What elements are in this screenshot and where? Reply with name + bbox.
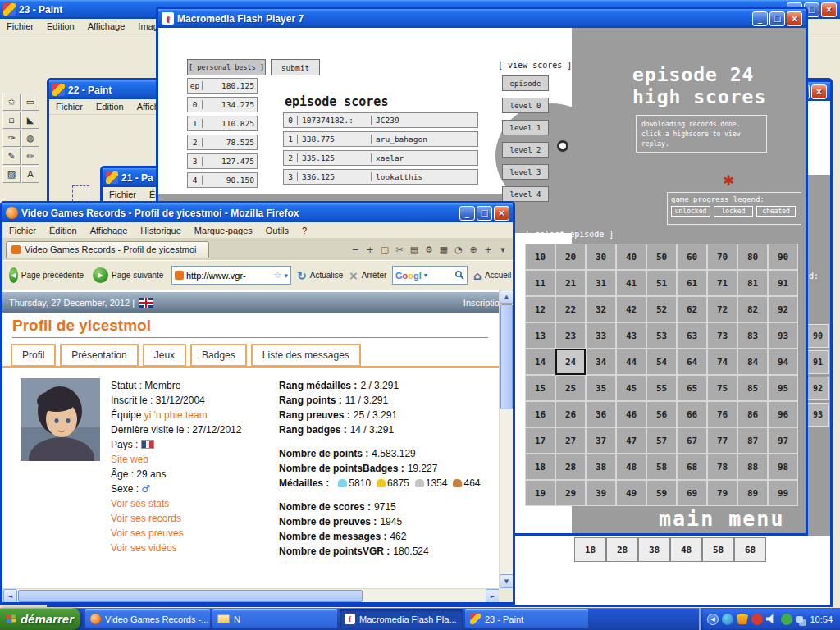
episode-cell[interactable]: 51 (646, 270, 677, 296)
episode-cell[interactable]: 73 (707, 322, 737, 349)
episode-cell[interactable]: 32 (586, 296, 616, 322)
episode-cell[interactable]: 19 (525, 480, 555, 506)
stop-button[interactable]: × Arrêter (345, 267, 390, 285)
episode-cell[interactable]: 90 (807, 324, 829, 348)
episode-cell[interactable]: 41 (616, 270, 646, 296)
episode-cell[interactable]: 91 (807, 350, 829, 374)
close-button[interactable]: × (811, 84, 827, 99)
episode-cell[interactable]: 45 (616, 375, 646, 401)
episode-cell[interactable]: 58 (702, 537, 734, 562)
horizontal-scrollbar[interactable]: ◄ ► (2, 588, 499, 602)
taskbar-button-firefox[interactable]: Video Games Records -... (85, 609, 210, 628)
episode-cell[interactable]: 99 (768, 480, 798, 506)
horizontal-scroll-thumb[interactable] (18, 590, 363, 602)
episode-cell[interactable]: 42 (616, 296, 646, 322)
menu-item[interactable]: Historique (134, 224, 188, 237)
episode-cell[interactable]: 85 (737, 375, 768, 401)
episode-cell[interactable]: 48 (670, 537, 702, 562)
voir-preuves-link[interactable]: Voir ses preuves (111, 527, 184, 539)
menu-item[interactable]: Édition (43, 224, 84, 237)
history-icon[interactable]: ◔ (452, 243, 465, 256)
episode-cell[interactable]: 31 (586, 270, 616, 296)
pencil-icon[interactable]: ✎ (2, 148, 21, 165)
episode-cell[interactable]: 14 (525, 349, 555, 375)
episode-cell[interactable]: 78 (707, 454, 737, 480)
episode-cell[interactable]: 75 (707, 375, 737, 401)
vertical-scroll-thumb[interactable] (500, 304, 513, 409)
minimize-button[interactable]: _ (459, 206, 475, 221)
profile-tab[interactable]: Liste des messages (251, 344, 361, 367)
profile-tab[interactable]: Badges (190, 344, 247, 367)
profile-tab[interactable]: Présentation (60, 344, 138, 367)
episode-cell[interactable]: 90 (768, 244, 798, 270)
personal-best-row[interactable]: 0 134.275 (187, 97, 258, 112)
view-scores-button[interactable]: level 2 (502, 142, 549, 158)
episode-cell[interactable]: 76 (707, 401, 737, 427)
view-scores-button[interactable]: level 0 (502, 98, 549, 113)
refresh-button[interactable]: ↻ Actualiser (294, 267, 343, 285)
episode-cell[interactable]: 67 (677, 427, 707, 454)
episode-cell[interactable]: 98 (768, 454, 798, 480)
episode-cell[interactable]: 30 (586, 244, 616, 270)
close-button[interactable]: × (787, 11, 802, 26)
episode-cell[interactable]: 81 (737, 270, 768, 296)
episode-cell[interactable]: 66 (677, 401, 707, 427)
lookatthis[interactable]: 3 336.125 lookatthis (283, 169, 478, 185)
episode-cell[interactable]: 69 (677, 480, 707, 506)
menu-item[interactable]: Fichier (103, 188, 143, 201)
episode-cell[interactable]: 23 (555, 322, 586, 349)
antivirus-icon[interactable] (781, 614, 792, 625)
menu-item[interactable]: Fichier (0, 20, 40, 33)
text-icon[interactable]: A (21, 166, 39, 183)
episode-cell[interactable]: 43 (616, 322, 646, 349)
personal-best-row[interactable]: 2 78.525 (187, 135, 258, 150)
menu-item[interactable]: Fichier (49, 100, 89, 113)
firefox-titlebar[interactable]: Video Games Records - Profil de yicestmo… (2, 203, 513, 222)
episode-cell[interactable]: 80 (737, 244, 768, 270)
maximize-button[interactable]: □ (769, 11, 785, 26)
team-link[interactable]: yi 'n phie team (144, 409, 208, 421)
episode-cell[interactable]: 83 (737, 322, 768, 349)
episode-cell[interactable]: 72 (707, 296, 737, 322)
copy-icon[interactable]: ▢ (378, 243, 391, 256)
close-button[interactable]: × (821, 2, 837, 17)
episode-cell[interactable]: 88 (737, 454, 768, 480)
episode-cell[interactable]: 71 (707, 270, 737, 296)
view-scores-button[interactable]: episode (502, 75, 549, 91)
aru_bahagon[interactable]: 1 338.775 aru_bahagon (283, 131, 478, 147)
personal-bests-tab[interactable]: [ personal bests ] (187, 59, 266, 75)
episode-cell[interactable]: 54 (646, 349, 677, 375)
episode-cell[interactable]: 58 (646, 454, 677, 480)
brush-icon[interactable]: ✏ (21, 148, 39, 165)
episode-cell[interactable]: 60 (677, 244, 707, 270)
episode-cell[interactable]: 87 (737, 427, 768, 454)
submit-tab[interactable]: submit (271, 59, 320, 75)
episode-cell[interactable]: 13 (525, 322, 555, 349)
scroll-left-arrow[interactable]: ◄ (3, 589, 17, 602)
search-magnifier-icon[interactable] (454, 270, 464, 281)
episode-cell[interactable]: 18 (574, 537, 606, 562)
cut-icon[interactable]: ✂ (393, 243, 406, 256)
episode-cell[interactable]: 68 (734, 537, 766, 562)
episode-cell-selected[interactable]: 24 (555, 349, 586, 375)
scroll-down-arrow[interactable]: ▼ (500, 574, 513, 588)
episode-cell[interactable]: 49 (616, 480, 646, 506)
close-button[interactable]: × (494, 206, 509, 221)
add-icon[interactable]: ⊕ (467, 243, 480, 256)
menu-item[interactable]: Affichage (84, 224, 135, 237)
episode-cell[interactable]: 96 (768, 401, 798, 427)
episode-cell[interactable]: 22 (555, 296, 586, 322)
episode-cell[interactable]: 28 (555, 454, 586, 480)
episode-cell[interactable]: 70 (707, 244, 737, 270)
episode-cell[interactable]: 62 (677, 296, 707, 322)
scroll-right-arrow[interactable]: ► (486, 589, 500, 602)
xaelar[interactable]: 2 335.125 xaelar (283, 150, 478, 166)
episode-cell[interactable]: 18 (525, 454, 555, 480)
overflow-icon[interactable]: ▾ (496, 243, 509, 256)
taskbar-button-flash[interactable]: f Macromedia Flash Pla... (340, 609, 463, 628)
bookmark-star-icon[interactable]: ☆ (274, 270, 282, 281)
episode-cell[interactable]: 93 (807, 403, 829, 427)
episode-cell[interactable]: 16 (525, 401, 555, 427)
episode-cell[interactable]: 21 (555, 270, 586, 296)
personal-best-row[interactable]: ep 180.125 (187, 78, 258, 94)
